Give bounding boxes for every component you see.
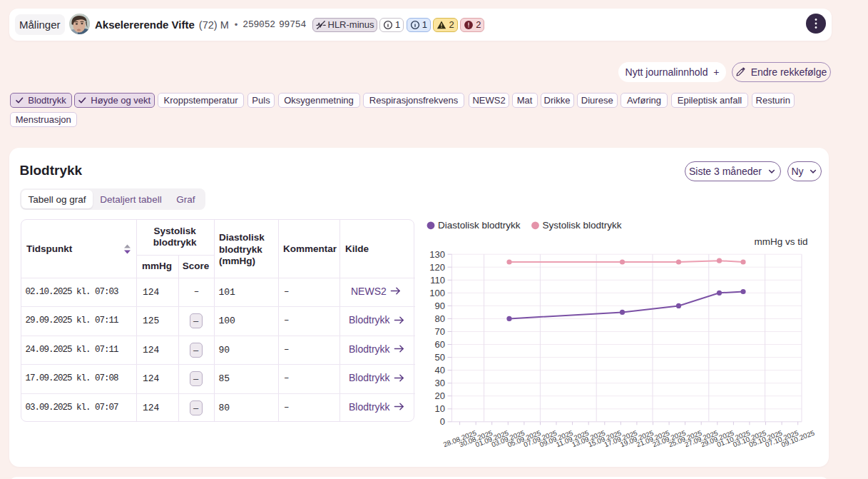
svg-text:70: 70 — [435, 326, 445, 337]
svg-text:Diastolisk blodtrykk: Diastolisk blodtrykk — [438, 220, 521, 231]
svg-text:10: 10 — [435, 403, 445, 414]
svg-text:40: 40 — [435, 365, 445, 375]
svg-text:90: 90 — [435, 301, 445, 311]
svg-text:30: 30 — [435, 378, 445, 388]
svg-text:100: 100 — [429, 288, 445, 298]
svg-text:60: 60 — [435, 339, 445, 350]
svg-text:80: 80 — [435, 313, 445, 324]
svg-text:110: 110 — [430, 275, 445, 286]
svg-text:mmHg vs tid: mmHg vs tid — [754, 236, 807, 247]
svg-text:20: 20 — [435, 390, 445, 401]
svg-text:09.10.2025: 09.10.2025 — [780, 428, 816, 448]
svg-text:0: 0 — [440, 416, 445, 427]
svg-text:50: 50 — [435, 352, 445, 363]
svg-text:120: 120 — [429, 262, 445, 273]
svg-text:130: 130 — [429, 249, 445, 260]
svg-text:Systolisk blodtrykk: Systolisk blodtrykk — [543, 220, 622, 231]
